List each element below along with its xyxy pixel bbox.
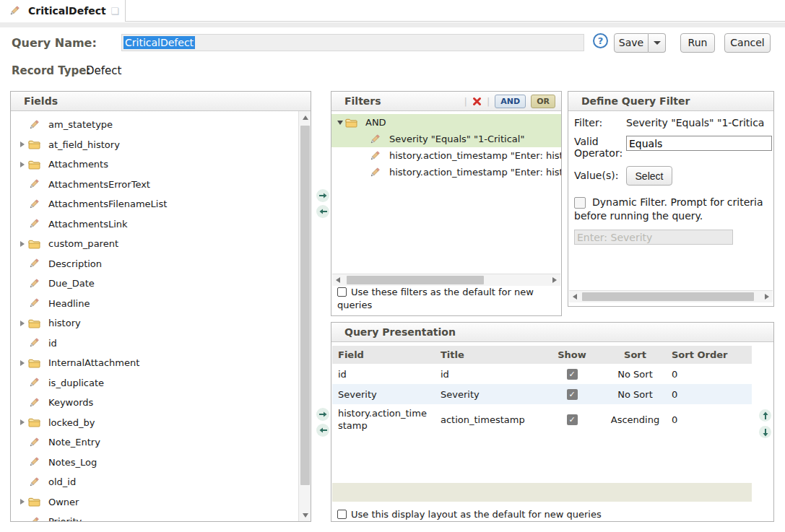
tab-criticaldefect[interactable]: CriticalDefect ❏︎: [0, 0, 126, 22]
pencil-icon: [28, 516, 42, 521]
move-left-button[interactable]: [316, 205, 329, 218]
prompt-value-input: [574, 230, 733, 245]
separator: |: [487, 96, 490, 107]
move-right-button[interactable]: [316, 408, 329, 421]
show-checkbox[interactable]: ✓: [567, 414, 578, 425]
fields-tree-item[interactable]: old_id: [11, 472, 298, 492]
close-icon[interactable]: ❏︎: [110, 6, 119, 17]
fields-tree-item[interactable]: history: [11, 313, 298, 333]
show-checkbox[interactable]: ✓: [567, 369, 578, 380]
expand-arrow-icon[interactable]: [20, 499, 28, 505]
fields-tree-item[interactable]: Description: [11, 254, 298, 274]
cancel-button[interactable]: Cancel: [724, 33, 771, 53]
cell-field: history.action_timestamp: [332, 407, 435, 432]
fields-tree-item[interactable]: at_field_history: [11, 135, 298, 155]
run-button[interactable]: Run: [680, 33, 715, 53]
fields-tree-item[interactable]: InternalAttachment: [11, 353, 298, 373]
presentation-row[interactable]: history.action_timestampaction_timestamp…: [332, 404, 752, 435]
collapse-arrow-icon[interactable]: [337, 121, 345, 125]
presentation-default-checkbox[interactable]: [337, 510, 347, 519]
filters-panel-header: Filters | | AND OR: [331, 92, 561, 111]
scrollbar-thumb[interactable]: [300, 126, 310, 485]
scroll-left-arrow-icon[interactable]: [569, 291, 581, 302]
fields-tree-item[interactable]: custom_parent: [11, 234, 298, 254]
presentation-footer-strip: [332, 483, 752, 502]
pencil-icon: [28, 218, 42, 230]
fields-tree-item[interactable]: is_duplicate: [11, 373, 298, 393]
delete-filter-icon[interactable]: [472, 97, 482, 106]
scroll-right-arrow-icon[interactable]: [761, 291, 773, 302]
valid-operator-label: Valid Operator:: [574, 136, 626, 159]
fields-tree-item[interactable]: AttachmentsErrorText: [11, 175, 298, 195]
presentation-row[interactable]: idid✓No Sort0: [332, 364, 752, 384]
select-values-button[interactable]: Select: [626, 166, 672, 186]
fields-tree-item-label: AttachmentsErrorText: [48, 179, 150, 190]
fields-tree-item-label: custom_parent: [48, 238, 118, 249]
move-right-button[interactable]: [316, 189, 329, 202]
dynamic-filter-row: Dynamic Filter. Prompt for criteria befo…: [574, 196, 768, 223]
fields-tree-item-label: AttachmentsFilenameList: [48, 199, 167, 209]
save-button[interactable]: Save: [614, 33, 649, 53]
show-checkbox[interactable]: ✓: [567, 389, 578, 400]
or-button[interactable]: OR: [531, 95, 555, 108]
fields-tree-item[interactable]: Notes_Log: [11, 453, 298, 473]
filter-row: Filter: Severity "Equals" "1-Critica: [574, 117, 768, 128]
fields-tree-item[interactable]: locked_by: [11, 413, 298, 433]
pencil-icon: [28, 377, 42, 388]
arrow-right-icon: [318, 192, 328, 199]
query-presentation-panel: Query Presentation FieldTitleShowSortSor…: [331, 322, 774, 522]
define-horizontal-scrollbar[interactable]: [569, 290, 773, 302]
expand-arrow-icon[interactable]: [20, 320, 28, 326]
fields-tree-item[interactable]: Due_Date: [11, 274, 298, 294]
query-name-input[interactable]: CriticalDefect: [121, 34, 584, 51]
fields-tree-item[interactable]: am_statetype: [11, 115, 298, 135]
scroll-down-arrow-icon[interactable]: [299, 509, 311, 521]
fields-tree-item[interactable]: AttachmentsLink: [11, 214, 298, 235]
valid-operator-input[interactable]: [626, 136, 772, 151]
fields-tree-item[interactable]: Attachments: [11, 154, 298, 175]
help-icon[interactable]: ?: [593, 33, 608, 48]
fields-tree-item[interactable]: AttachmentsFilenameList: [11, 194, 298, 214]
cell-title: action_timestamp: [435, 414, 539, 425]
fields-tree-item[interactable]: Note_Entry: [11, 432, 298, 453]
pencil-icon: [28, 119, 42, 131]
expand-arrow-icon[interactable]: [20, 241, 28, 247]
expand-arrow-icon[interactable]: [20, 162, 28, 167]
move-down-button[interactable]: [759, 426, 771, 438]
fields-tree-item[interactable]: id: [11, 333, 298, 354]
filters-default-checkbox-label: Use these filters as the default for new…: [337, 287, 534, 310]
fields-tree-item-label: Attachments: [48, 159, 108, 170]
filters-default-checkbox[interactable]: [337, 287, 347, 297]
fields-tree-item-label: Priority: [48, 516, 82, 521]
filter-group-row[interactable]: AND: [331, 114, 561, 131]
cell-title: Severity: [435, 389, 539, 400]
filter-condition-row[interactable]: history.action_timestamp "Enter: hist: [331, 147, 561, 164]
folder-icon: [28, 417, 42, 427]
scroll-up-arrow-icon[interactable]: [299, 111, 311, 123]
fields-vertical-scrollbar[interactable]: [298, 111, 311, 521]
record-type-value: Defect: [86, 64, 121, 77]
expand-arrow-icon[interactable]: [20, 419, 28, 425]
define-panel-body: Filter: Severity "Equals" "1-Critica Val…: [568, 111, 773, 306]
move-up-button[interactable]: [759, 409, 771, 422]
dynamic-filter-checkbox[interactable]: [574, 197, 586, 209]
filter-condition-row[interactable]: Severity "Equals" "1-Critical": [331, 131, 561, 147]
fields-tree-item-label: Description: [48, 258, 102, 269]
move-left-button[interactable]: [316, 424, 329, 437]
pencil-icon: [369, 150, 383, 162]
separator: |: [464, 96, 467, 107]
scrollbar-thumb[interactable]: [582, 292, 754, 301]
expand-arrow-icon[interactable]: [20, 141, 28, 147]
expand-arrow-icon[interactable]: [20, 360, 28, 366]
fields-tree-item[interactable]: Owner: [11, 492, 298, 513]
filter-condition-row[interactable]: history.action_timestamp "Enter: hist: [331, 164, 561, 180]
fields-tree-item[interactable]: Headline: [11, 294, 298, 314]
fields-tree-item[interactable]: Priority: [11, 512, 298, 521]
column-header-sort: Sort: [604, 349, 666, 360]
operator-row: Valid Operator:: [574, 136, 768, 159]
fields-tree-item[interactable]: Keywords: [11, 393, 298, 413]
and-button[interactable]: AND: [495, 95, 526, 108]
presentation-row[interactable]: SeveritySeverity✓No Sort0: [332, 384, 752, 404]
save-dropdown-button[interactable]: [649, 33, 666, 53]
fields-tree-item-label: old_id: [48, 476, 76, 487]
